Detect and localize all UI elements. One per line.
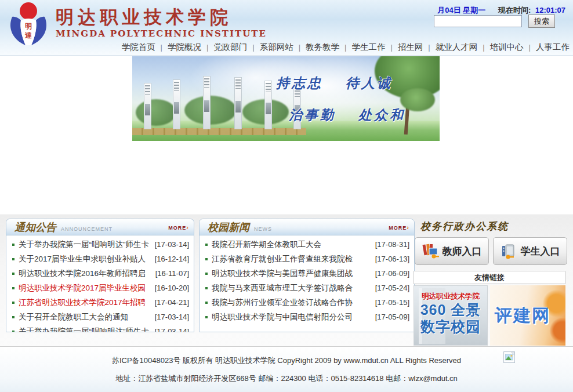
bullet-icon bbox=[205, 287, 208, 289]
list-item: 明达职业技术学院2017届毕业生校园 [16-10-20] bbox=[12, 281, 189, 295]
nav-link[interactable]: 教务教学 bbox=[306, 42, 339, 53]
list-item: 关于举办我院第一届“唱响明达”师生卡 [17-03-14] bbox=[12, 324, 189, 332]
banner-tree bbox=[136, 99, 176, 126]
nav-link[interactable]: 学院首页 bbox=[121, 42, 155, 53]
bullet-icon bbox=[205, 316, 208, 318]
list-item: 关于举办我院第一届“唱响明达”师生卡 [17-03-14] bbox=[12, 237, 189, 252]
banner-planter bbox=[132, 128, 306, 135]
banner-pillar bbox=[264, 81, 272, 129]
notices-more-link[interactable]: MORE› bbox=[168, 224, 189, 231]
time-label: 现在时间: bbox=[498, 6, 531, 14]
article-link[interactable]: 关于举办我院第一届“唱响明达”师生卡 bbox=[19, 239, 150, 250]
nav-item: 培训中心 bbox=[477, 42, 523, 53]
nav-link[interactable]: 招生网 bbox=[398, 42, 423, 53]
news-title: 校园新闻 bbox=[208, 220, 249, 234]
nav-link[interactable]: 培训中心 bbox=[490, 42, 524, 53]
nav-item: 招生网 bbox=[385, 42, 423, 53]
nav-link[interactable]: 党政部门 bbox=[213, 42, 247, 53]
article-link[interactable]: 我院与马来西亚城市理工大学签订战略合 bbox=[212, 283, 371, 293]
banner1-school-name: 明达职业技术学院 bbox=[414, 292, 487, 302]
nav-item: 学院首页 bbox=[121, 42, 155, 53]
right-column: 校务行政办公系统 教师入口 bbox=[414, 219, 569, 346]
search-button[interactable]: 搜索 bbox=[528, 14, 555, 28]
header: 明 達 明达职业技术学院 MINGDA POLYTECHNIC INSTITUT… bbox=[0, 0, 573, 56]
bullet-icon bbox=[205, 273, 208, 275]
motto-line-1: 持志忠 待人诚 bbox=[276, 76, 433, 89]
link-banner-pingjian[interactable]: 评建网 bbox=[490, 285, 565, 346]
news-header: 校园新闻 NEWS MORE› bbox=[200, 219, 414, 235]
banner-pillar bbox=[173, 79, 180, 129]
notices-list: 关于举办我院第一届“唱响明达”师生卡 [17-03-14] 关于2017届毕业生… bbox=[6, 235, 194, 332]
article-date: [17-05-09] bbox=[375, 313, 409, 321]
friendly-links-title: 友情链接 bbox=[414, 271, 565, 284]
brand-block: 明达职业技术学院 MINGDA POLYTECHNIC INSTITUTE bbox=[56, 7, 267, 39]
more-arrow-icon: › bbox=[186, 224, 189, 231]
bullet-icon bbox=[12, 302, 14, 304]
nav-link[interactable]: 就业人才网 bbox=[436, 42, 478, 53]
article-date: [17-03-14] bbox=[155, 327, 189, 332]
more-arrow-icon: › bbox=[407, 224, 409, 231]
list-item: 明达职业技术学院2016年教师招聘启 [16-11-07] bbox=[12, 266, 189, 281]
motto-line-2: 治事勤 处众和 bbox=[289, 108, 433, 121]
bullet-icon bbox=[12, 316, 14, 318]
article-link[interactable]: 关于2017届毕业生申求职创业补贴人 bbox=[19, 254, 150, 264]
bullet-icon bbox=[205, 258, 208, 260]
news-list: 我院召开新学期全体教职工大会 [17-08-31] 江苏省教育厅就创业工作督查组… bbox=[200, 235, 414, 324]
teacher-entrance-button[interactable]: 教师入口 bbox=[415, 237, 489, 265]
list-item: 我院与马来西亚城市理工大学签订战略合 [17-05-24] bbox=[205, 281, 409, 295]
banner-pillar bbox=[234, 77, 242, 129]
article-link[interactable]: 明达职业技术学院与美国尊严健康集团战 bbox=[212, 268, 371, 279]
article-date: [17-05-24] bbox=[375, 284, 409, 292]
list-item: 明达职业技术学院与中国电信射阳分公司 [17-05-09] bbox=[205, 310, 409, 324]
notices-subtitle: ANNOUNCEMENT bbox=[61, 226, 113, 232]
article-link[interactable]: 我院召开新学期全体教职工大会 bbox=[212, 239, 371, 250]
article-link[interactable]: 江苏省明达职业技术学院2017年招聘 bbox=[19, 297, 150, 308]
article-link[interactable]: 明达职业技术学院2016年教师招聘启 bbox=[19, 268, 151, 279]
news-more-link[interactable]: MORE› bbox=[389, 224, 409, 231]
article-link[interactable]: 关于召开全院教职工大会的通知 bbox=[19, 312, 150, 322]
site-subtitle: MINGDA POLYTECHNIC INSTITUTE bbox=[56, 28, 267, 39]
article-date: [17-03-14] bbox=[155, 240, 189, 249]
entrance-buttons: 教师入口 学生入口 bbox=[414, 237, 569, 265]
news-box: 校园新闻 NEWS MORE› 我院召开新学期全体教职工大会 [17-08-31… bbox=[199, 219, 415, 332]
list-item: 关于召开全院教职工大会的通知 [17-03-14] bbox=[12, 310, 189, 324]
bullet-icon bbox=[12, 273, 14, 275]
article-link[interactable]: 江苏省教育厅就创业工作督查组来我院检 bbox=[212, 254, 371, 264]
link-banner-360-campus[interactable]: 明达职业技术学院 360 全景 数字校园 bbox=[414, 285, 488, 346]
list-item: 关于2017届毕业生申求职创业补贴人 [16-12-14] bbox=[12, 252, 189, 266]
article-date: [17-03-14] bbox=[155, 313, 189, 321]
list-item: 江苏省教育厅就创业工作督查组来我院检 [17-06-13] bbox=[205, 252, 409, 266]
nav-item: 系部网站 bbox=[247, 42, 293, 53]
nav-item: 党政部门 bbox=[201, 42, 247, 53]
nav-item: 教务教学 bbox=[293, 42, 339, 53]
bullet-icon bbox=[12, 287, 14, 289]
school-motto: 持志忠 待人诚 治事勤 处众和 bbox=[276, 76, 433, 121]
nav-link[interactable]: 人事工作 bbox=[536, 42, 570, 53]
bullet-icon bbox=[12, 258, 14, 260]
nav-link[interactable]: 系部网站 bbox=[260, 42, 293, 53]
page: 明 達 明达职业技术学院 MINGDA POLYTECHNIC INSTITUT… bbox=[0, 0, 573, 392]
article-link[interactable]: 关于举办我院第一届“唱响明达”师生卡 bbox=[19, 326, 150, 333]
article-link[interactable]: 明达职业技术学院与中国电信射阳分公司 bbox=[212, 312, 371, 322]
banner2-text: 评建网 bbox=[490, 304, 550, 328]
search-input[interactable] bbox=[434, 15, 522, 27]
news-subtitle: NEWS bbox=[254, 226, 272, 232]
nav-item: 就业人才网 bbox=[423, 42, 477, 53]
banner1-line2: 360 全景 bbox=[414, 302, 487, 318]
article-date: [17-06-09] bbox=[375, 269, 409, 278]
student-entrance-button[interactable]: 学生入口 bbox=[493, 237, 567, 265]
list-item: 明达职业技术学院与美国尊严健康集团战 [17-06-09] bbox=[205, 266, 409, 281]
article-link[interactable]: 我院与苏州行业领军企业签订战略合作协 bbox=[212, 297, 371, 308]
friendly-links-banners: 明达职业技术学院 360 全景 数字校园 评建网 bbox=[414, 285, 569, 346]
nav-link[interactable]: 学生工作 bbox=[351, 42, 385, 53]
article-date: [17-08-31] bbox=[375, 240, 409, 249]
student-entrance-label: 学生入口 bbox=[521, 245, 560, 258]
article-date: [16-10-20] bbox=[155, 284, 189, 292]
nav-link[interactable]: 学院概况 bbox=[168, 42, 201, 53]
nav-item: 学生工作 bbox=[339, 42, 385, 53]
article-link[interactable]: 明达职业技术学院2017届毕业生校园 bbox=[19, 283, 150, 293]
article-date: [17-04-21] bbox=[155, 298, 189, 307]
banner1-line3: 数字校园 bbox=[414, 318, 487, 335]
bullet-icon bbox=[12, 244, 14, 246]
banner-pillar bbox=[144, 83, 151, 129]
